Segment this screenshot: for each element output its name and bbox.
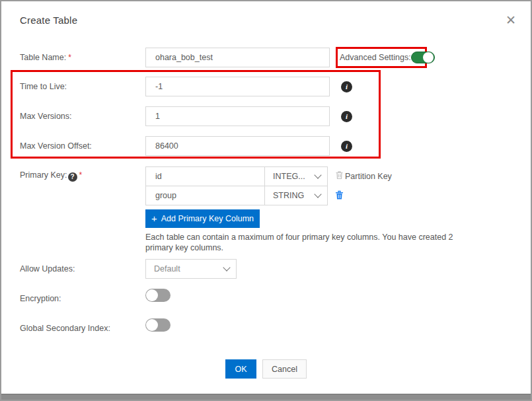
max-versions-label: Max Versions: — [20, 112, 72, 121]
primary-key-label: Primary Key:?* — [20, 170, 82, 182]
max-versions-info-icon[interactable]: i — [341, 111, 352, 122]
advanced-settings-toggle[interactable] — [411, 52, 435, 63]
advanced-settings-highlight: Advanced Settings: — [336, 47, 427, 68]
max-version-offset-label: Max Version Offset: — [20, 141, 92, 151]
page-title: Create Table — [20, 15, 77, 26]
chevron-down-icon — [314, 190, 321, 198]
partition-key-tag: Partition Key — [335, 170, 392, 182]
trash-icon-disabled — [335, 170, 344, 182]
create-table-dialog: Create Table ✕ Table Name:* Advanced Set… — [0, 0, 532, 401]
primary-key-name-input[interactable] — [145, 186, 265, 205]
required-asterisk: * — [68, 53, 71, 62]
max-version-offset-info-icon[interactable]: i — [341, 141, 352, 152]
primary-key-type-select[interactable]: STRING — [264, 186, 328, 205]
ok-button[interactable]: OK — [225, 359, 256, 379]
page-bottom-edge — [1, 394, 531, 400]
allow-updates-select[interactable]: Default — [145, 259, 237, 279]
required-asterisk: * — [79, 170, 83, 180]
time-to-live-input[interactable] — [145, 77, 330, 96]
add-primary-key-column-button[interactable]: + Add Primary Key Column — [145, 209, 260, 228]
table-name-label: Table Name:* — [20, 53, 71, 62]
cancel-button[interactable]: Cancel — [262, 359, 307, 379]
primary-key-name-input[interactable] — [145, 166, 265, 186]
advanced-settings-label: Advanced Settings: — [340, 53, 411, 62]
toggle-knob — [423, 52, 434, 63]
encryption-toggle[interactable] — [145, 289, 171, 302]
toggle-knob — [146, 289, 158, 301]
global-secondary-index-label: Global Secondary Index: — [20, 324, 110, 333]
primary-key-helper-text: Each table can contain a maximum of four… — [145, 232, 457, 253]
chevron-down-icon — [223, 264, 230, 271]
chevron-down-icon — [314, 171, 321, 178]
toggle-knob — [146, 319, 158, 331]
delete-primary-key-icon[interactable] — [335, 190, 344, 202]
max-version-offset-input[interactable] — [145, 136, 330, 156]
allow-updates-label: Allow Updates: — [20, 264, 75, 273]
plus-icon: + — [151, 213, 157, 224]
max-versions-input[interactable] — [145, 106, 330, 126]
help-icon[interactable]: ? — [68, 172, 77, 182]
time-to-live-label: Time to Live: — [20, 82, 67, 91]
table-name-input[interactable] — [145, 48, 330, 67]
primary-key-type-select[interactable]: INTEG... — [264, 166, 328, 186]
encryption-label: Encryption: — [20, 294, 61, 303]
time-to-live-info-icon[interactable]: i — [341, 81, 352, 92]
close-icon[interactable]: ✕ — [502, 12, 519, 29]
global-secondary-index-toggle[interactable] — [145, 318, 171, 332]
